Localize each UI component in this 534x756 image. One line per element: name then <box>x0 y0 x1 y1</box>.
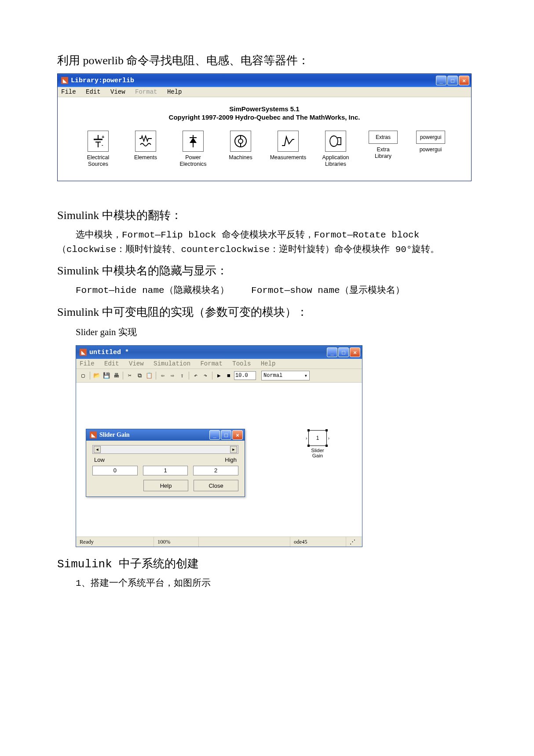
lib-label: Extra Library <box>375 146 391 160</box>
stoptime-field[interactable]: 10.0 <box>234 371 256 380</box>
section4-title: Simulink 中可变电阻的实现（参数可变的模块）： <box>57 304 477 320</box>
maximize-button[interactable]: □ <box>221 430 231 440</box>
high-field[interactable]: 2 <box>193 466 238 475</box>
svg-text:-: - <box>102 142 103 147</box>
paste-icon[interactable]: 📋 <box>145 371 154 380</box>
svg-point-13 <box>330 136 338 146</box>
save-icon[interactable]: 💾 <box>102 371 111 380</box>
menu-edit[interactable]: Edit <box>86 88 101 95</box>
section2-title: Simulink 中模块的翻转： <box>57 208 477 223</box>
low-field[interactable]: 0 <box>92 466 138 475</box>
menu-file[interactable]: File <box>61 88 76 95</box>
slider-left-arrow[interactable]: ◄ <box>94 446 101 453</box>
svg-point-10 <box>238 139 243 143</box>
lib-power-electronics[interactable]: Power Electronics <box>174 131 212 168</box>
untitled-window: ◣ untitled * _ □ × File Edit View Simula… <box>76 345 362 547</box>
lib-application-libraries[interactable]: Application Libraries <box>317 131 355 168</box>
forward-icon[interactable]: ⇨ <box>168 371 177 380</box>
lib-label: Measurements <box>270 154 307 161</box>
minimize-button[interactable]: _ <box>209 430 220 440</box>
stop-icon[interactable]: ■ <box>224 371 233 380</box>
mode-select[interactable]: Normal ▾ <box>261 371 310 380</box>
open-icon[interactable]: 📂 <box>92 371 101 380</box>
cut-icon[interactable]: ✂ <box>125 371 134 380</box>
status-ready: Ready <box>76 537 154 547</box>
close-button[interactable]: × <box>350 347 360 357</box>
svg-text:+: + <box>102 134 104 139</box>
section2-body: 选中模块，Formot—Flip block 命令使模块水平反转，Formot—… <box>57 228 477 257</box>
win2-title: untitled * <box>89 349 327 356</box>
menu-help[interactable]: Help <box>261 360 276 367</box>
measurements-icon <box>278 131 299 152</box>
win1-body: SimPowerSystems 5.1 Copyright 1997-2009 … <box>58 97 471 181</box>
lib-extra-library[interactable]: Extras Extra Library <box>364 131 402 160</box>
minimize-button[interactable]: _ <box>436 76 446 85</box>
win2-titlebar[interactable]: ◣ untitled * _ □ × <box>76 346 362 359</box>
extras-box: Extras <box>369 131 398 144</box>
status-solver: ode45 <box>290 537 346 547</box>
dlg-titlebar[interactable]: ◣ Slider Gain _ □ × <box>86 429 245 441</box>
new-icon[interactable]: ▢ <box>79 371 88 380</box>
power-electronics-icon <box>183 131 204 152</box>
resize-grip[interactable]: ⋰ <box>346 537 362 547</box>
model-canvas[interactable]: 1 › › Slider Gain ◣ Slider Gain _ □ × <box>76 383 362 537</box>
maximize-button[interactable]: □ <box>447 76 458 85</box>
menu-simulation[interactable]: Simulation <box>154 360 190 367</box>
win1-title: Library:powerlib <box>71 77 436 84</box>
slider-track[interactable]: ◄ ► <box>92 445 238 454</box>
up-icon[interactable]: ⇧ <box>178 371 187 380</box>
slider-gain-block[interactable]: 1 › › Slider Gain <box>308 430 327 458</box>
close-button[interactable]: × <box>232 430 243 440</box>
lib-elements[interactable]: Elements <box>127 131 165 161</box>
status-zoom: 100% <box>154 537 199 547</box>
block-label: Slider Gain <box>308 448 327 458</box>
section5-body: 1、搭建一个系统平台，如图所示 <box>57 577 477 591</box>
lib-label: powergui <box>420 146 442 153</box>
win1-titlebar[interactable]: ◣ Library:powerlib _ □ × <box>58 74 471 87</box>
close-button[interactable]: × <box>459 76 469 85</box>
print-icon[interactable]: 🖶 <box>112 371 121 380</box>
simulink-icon: ◣ <box>80 349 87 356</box>
slider-right-arrow[interactable]: ► <box>230 446 237 453</box>
menu-file[interactable]: File <box>80 360 95 367</box>
mid-field[interactable]: 1 <box>143 466 188 475</box>
section1-title: 利用 powerlib 命令寻找电阻、电感、电容等器件： <box>57 53 477 68</box>
win2-menubar: File Edit View Simulation Format Tools H… <box>76 359 362 369</box>
menu-format[interactable]: Format <box>200 360 222 367</box>
menu-view[interactable]: View <box>110 88 125 95</box>
minimize-button[interactable]: _ <box>327 347 337 357</box>
win2-statusbar: Ready 100% ode45 ⋰ <box>76 537 362 547</box>
menu-tools[interactable]: Tools <box>232 360 251 367</box>
machines-icon <box>230 131 251 152</box>
mode-value: Normal <box>263 373 282 379</box>
menu-view[interactable]: View <box>129 360 144 367</box>
block-value: 1 <box>316 435 319 441</box>
elements-icon <box>135 131 156 152</box>
section4-sub: Slider gain 实现 <box>57 325 477 340</box>
menu-format[interactable]: Format <box>135 88 157 95</box>
maximize-button[interactable]: □ <box>338 347 349 357</box>
powerlib-heading1: SimPowerSystems 5.1 <box>62 105 467 113</box>
lib-powergui[interactable]: powergui powergui <box>412 131 450 153</box>
menu-help[interactable]: Help <box>167 88 182 95</box>
copy-icon[interactable]: ⧉ <box>135 371 144 380</box>
section3-title: Simulink 中模块名的隐藏与显示： <box>57 263 477 278</box>
svg-marker-7 <box>190 138 197 143</box>
lib-machines[interactable]: Machines <box>222 131 260 161</box>
powergui-box: powergui <box>416 131 445 144</box>
menu-edit[interactable]: Edit <box>104 360 119 367</box>
help-button[interactable]: Help <box>143 480 188 491</box>
lib-measurements[interactable]: Measurements <box>269 131 307 161</box>
win1-menubar: File Edit View Format Help <box>58 87 471 97</box>
back-icon[interactable]: ⇦ <box>158 371 167 380</box>
lib-label: Power Electronics <box>179 154 206 168</box>
simulink-icon: ◣ <box>61 77 68 84</box>
electrical-sources-icon: +- <box>88 131 109 152</box>
redo-icon[interactable]: ↷ <box>201 371 210 380</box>
simulink-icon: ◣ <box>90 431 97 438</box>
lib-label: Application Libraries <box>322 154 349 168</box>
lib-electrical-sources[interactable]: +- Electrical Sources <box>79 131 117 168</box>
undo-icon[interactable]: ↶ <box>191 371 200 380</box>
close-dialog-button[interactable]: Close <box>194 480 238 491</box>
play-icon[interactable]: ▶ <box>215 371 223 380</box>
